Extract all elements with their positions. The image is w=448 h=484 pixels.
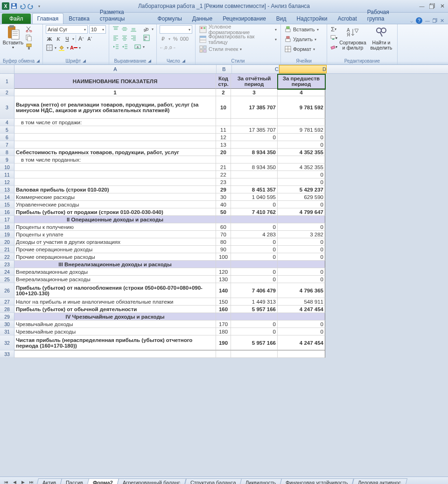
doc-minimize-icon[interactable]: — — [425, 18, 430, 23]
cell[interactable]: 0 — [278, 178, 325, 186]
cell[interactable]: Проценты к получению — [14, 223, 216, 231]
cell[interactable]: 5 957 166 — [231, 335, 278, 350]
cell[interactable]: 4 283 — [231, 231, 278, 238]
cell[interactable]: 0 — [278, 134, 325, 141]
cell[interactable]: 90 — [216, 246, 231, 253]
row-header[interactable]: 18 — [0, 223, 14, 231]
underline-icon[interactable]: Ч — [63, 35, 71, 43]
cell[interactable] — [231, 119, 278, 126]
cell[interactable]: 629 590 — [278, 193, 325, 201]
launcher-icon[interactable]: ◢ — [148, 58, 151, 64]
row-header[interactable]: 1 — [0, 74, 14, 89]
help-icon[interactable]: ? — [416, 17, 422, 24]
sort-filter-button[interactable]: АЯ Сортировка и фильтр — [339, 25, 366, 50]
row-header[interactable]: 33 — [0, 350, 14, 358]
cell[interactable]: 120 — [216, 268, 231, 276]
cell[interactable]: 29 — [216, 186, 231, 193]
cell[interactable]: Коммерческие расходы — [14, 193, 216, 201]
minimize-icon[interactable]: — — [418, 2, 426, 10]
cell[interactable]: в том числе проданных: — [14, 156, 216, 164]
row-header[interactable]: 22 — [0, 253, 14, 261]
cell[interactable]: 0 — [278, 238, 325, 246]
cell[interactable]: 5 957 166 — [231, 306, 278, 313]
cell[interactable]: 4 247 454 — [278, 306, 325, 313]
row-header[interactable]: 9 — [0, 156, 14, 164]
cell[interactable] — [216, 261, 231, 268]
font-size-combo[interactable]: 10▾ — [89, 25, 106, 34]
tab-addins[interactable]: Надстройки — [292, 13, 333, 24]
row-header[interactable]: 23 — [0, 261, 14, 268]
cell[interactable] — [278, 119, 325, 126]
tab-acrobat[interactable]: Acrobat — [332, 13, 362, 24]
cell[interactable]: 548 911 — [278, 298, 325, 306]
cell[interactable] — [231, 178, 278, 186]
cell[interactable]: Чрезвычайные доходы — [14, 320, 216, 328]
cell[interactable]: Прочие операционные расходы — [14, 253, 216, 261]
cell[interactable]: 1 449 313 — [231, 298, 278, 306]
conditional-formatting-button[interactable]: Условное форматирование▾ — [198, 25, 278, 34]
cell[interactable]: 0 — [231, 246, 278, 253]
cell[interactable]: 4 — [278, 89, 325, 96]
cell[interactable] — [278, 261, 325, 268]
clear-icon[interactable]: ▾ — [330, 43, 337, 50]
cell[interactable]: 4 799 647 — [278, 208, 325, 216]
row-header[interactable]: 3 — [0, 96, 14, 119]
cell[interactable]: 8 934 350 — [231, 149, 278, 156]
sheet-tab[interactable]: Финансовая устойчивость — [280, 478, 354, 484]
minimize-ribbon-icon[interactable]: ⌵ — [410, 18, 413, 23]
row-header[interactable]: 11 — [0, 171, 14, 178]
sheet-tab[interactable]: Форма2 — [87, 478, 119, 484]
cell[interactable]: 60 — [216, 223, 231, 231]
tab-home[interactable]: Главная — [32, 13, 64, 24]
cell[interactable]: 23 — [216, 178, 231, 186]
row-header[interactable]: 26 — [0, 283, 14, 298]
cell[interactable]: 21 — [216, 164, 231, 171]
cell[interactable] — [14, 134, 216, 141]
row-header[interactable]: 17 — [0, 216, 14, 223]
cell[interactable]: 80 — [216, 238, 231, 246]
cell[interactable] — [278, 156, 325, 164]
format-painter-icon[interactable] — [25, 43, 33, 50]
cell[interactable]: 4 352 355 — [278, 164, 325, 171]
comma-icon[interactable]: 000 — [181, 35, 188, 43]
cell[interactable]: Прибыль (убыток) от обычной деятельности — [14, 306, 216, 313]
cell[interactable]: Прочие операционные доходы — [14, 246, 216, 253]
align-right-icon[interactable] — [130, 34, 137, 42]
row-header[interactable]: 19 — [0, 231, 14, 238]
decrease-indent-icon[interactable] — [112, 43, 119, 50]
cell[interactable]: II Операционные доходы и расходы — [14, 216, 216, 223]
cell[interactable] — [216, 313, 231, 320]
row-header[interactable]: 24 — [0, 268, 14, 276]
sheet-tab[interactable]: Пассив — [60, 478, 89, 484]
fill-icon[interactable]: ▾ — [330, 34, 337, 42]
column-header-C[interactable]: C — [232, 65, 279, 73]
cell[interactable]: 0 — [231, 238, 278, 246]
cell[interactable]: 140 — [216, 283, 231, 298]
cell[interactable] — [278, 350, 325, 358]
cell[interactable]: 9 781 592 — [278, 126, 325, 134]
cell[interactable]: 3 — [231, 89, 278, 96]
cell[interactable]: 4 352 355 — [278, 149, 325, 156]
align-top-icon[interactable] — [112, 25, 119, 33]
cell[interactable]: III Внереализационные доходы и расходы — [14, 261, 216, 268]
row-header[interactable]: 8 — [0, 149, 14, 156]
row-header[interactable]: 6 — [0, 134, 14, 141]
cell[interactable]: 0 — [278, 171, 325, 178]
row-header[interactable]: 29 — [0, 313, 14, 320]
borders-icon[interactable] — [46, 44, 53, 51]
cell[interactable]: 0 — [231, 268, 278, 276]
cell[interactable]: Налог на прибыль и иные аналогичные обяз… — [14, 298, 216, 306]
cell[interactable]: Выручка (нетто) от реализации товаров, п… — [14, 96, 216, 119]
row-header[interactable]: 20 — [0, 238, 14, 246]
cell[interactable] — [14, 350, 216, 358]
cell[interactable]: 4 247 454 — [278, 335, 325, 350]
cell[interactable]: Прибыль (убыток) от продажи (строки 010-… — [14, 208, 216, 216]
cell[interactable]: 0 — [278, 276, 325, 283]
cell[interactable]: 0 — [278, 201, 325, 208]
cell[interactable] — [231, 261, 278, 268]
cell[interactable] — [14, 126, 216, 134]
cell[interactable]: 0 — [278, 268, 325, 276]
cell[interactable]: 1 — [14, 89, 216, 96]
restore-icon[interactable] — [428, 2, 436, 10]
cell[interactable]: 0 — [231, 328, 278, 335]
